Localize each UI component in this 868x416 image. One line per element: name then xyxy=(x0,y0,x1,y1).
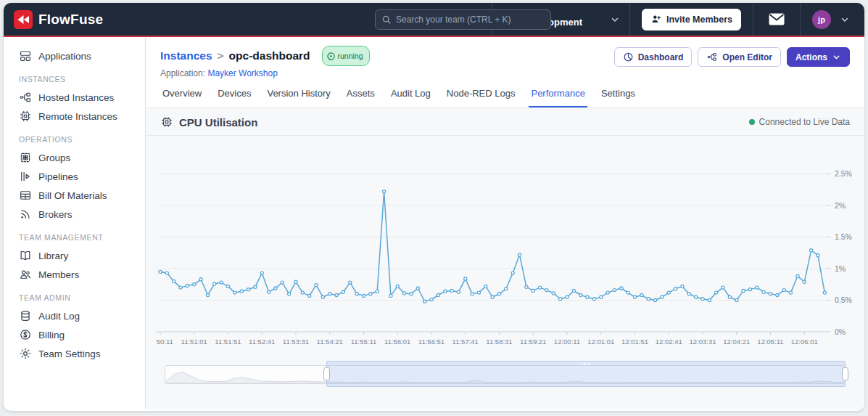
tab-performance[interactable]: Performance xyxy=(529,88,587,107)
svg-text:11:56:01: 11:56:01 xyxy=(384,338,410,346)
svg-text:12:01:01: 12:01:01 xyxy=(587,338,614,346)
sidebar-item-label: Members xyxy=(38,269,79,280)
groups-icon xyxy=(19,151,32,164)
chevron-down-icon[interactable] xyxy=(610,15,620,25)
y-axis-labels: 0%0.5%1%1.5%2%2.5% xyxy=(827,169,852,336)
svg-text:11:53:31: 11:53:31 xyxy=(283,338,309,346)
sidebar-item-pipelines[interactable]: Pipelines xyxy=(4,167,145,186)
tab-node-red-logs[interactable]: Node-RED Logs xyxy=(445,88,518,107)
mail-icon xyxy=(769,13,785,25)
x-axis-labels: 11:50:1111:51:0111:51:5111:52:4111:53:31… xyxy=(156,332,818,346)
svg-text:12:04:21: 12:04:21 xyxy=(723,338,750,346)
tab-overview[interactable]: Overview xyxy=(160,88,204,107)
billing-icon xyxy=(19,328,32,341)
sidebar-item-label: Applications xyxy=(38,51,91,62)
chart-title: CPU Utilisation xyxy=(179,116,257,129)
flowfuse-logo[interactable]: FlowFuse xyxy=(14,10,103,29)
svg-text:1%: 1% xyxy=(835,264,846,273)
brokers-icon xyxy=(19,208,32,221)
notifications-button[interactable] xyxy=(753,3,800,36)
chevron-down-icon[interactable] xyxy=(840,15,850,25)
status-label: running xyxy=(338,48,363,64)
page-header: Instances > opc-dashboard running Applic… xyxy=(146,37,864,78)
dashboard-button-label: Dashboard xyxy=(638,52,684,62)
chart-zone: 0%0.5%1%1.5%2%2.5%11:50:1111:51:0111:51:… xyxy=(146,136,864,384)
sidebar-item-label: Library xyxy=(38,250,68,261)
tab-audit-log[interactable]: Audit Log xyxy=(389,88,433,107)
sidebar: ApplicationsINSTANCESHosted InstancesRem… xyxy=(4,37,146,409)
sidebar-item-label: Bill Of Materials xyxy=(38,190,107,201)
brush-left-handle[interactable] xyxy=(323,367,330,381)
sidebar-item-label: Hosted Instances xyxy=(38,92,114,103)
open-editor-button[interactable]: Open Editor xyxy=(698,47,781,67)
tab-devices[interactable]: Devices xyxy=(215,88,253,107)
members-icon xyxy=(19,268,32,281)
brush-right-handle[interactable] xyxy=(842,367,848,381)
sidebar-item-label: Audit Log xyxy=(38,311,80,322)
sidebar-item-audit-log[interactable]: Audit Log xyxy=(4,306,145,325)
tab-settings[interactable]: Settings xyxy=(599,88,637,107)
search-input[interactable] xyxy=(396,15,545,25)
svg-text:11:51:01: 11:51:01 xyxy=(181,338,207,346)
svg-text:12:00:11: 12:00:11 xyxy=(554,338,580,346)
nav-divider xyxy=(629,3,630,36)
team-settings-icon xyxy=(19,347,32,360)
sidebar-section-label: INSTANCES xyxy=(4,75,145,83)
invite-members-button[interactable]: Invite Members xyxy=(642,9,741,30)
svg-text:11:54:21: 11:54:21 xyxy=(317,338,343,346)
tab-assets[interactable]: Assets xyxy=(344,88,377,107)
svg-text:11:52:41: 11:52:41 xyxy=(249,338,275,346)
sidebar-item-brokers[interactable]: Brokers xyxy=(4,205,145,224)
actions-button[interactable]: Actions xyxy=(787,47,850,67)
chart-header: CPU Utilisation Connected to Live Data xyxy=(146,108,864,136)
live-status-label: Connected to Live Data xyxy=(759,117,850,127)
breadcrumb-instances-link[interactable]: Instances xyxy=(160,48,212,64)
sidebar-item-remote-instances[interactable]: Remote Instances xyxy=(4,107,145,126)
open-editor-button-label: Open Editor xyxy=(722,52,772,62)
sidebar-item-library[interactable]: Library xyxy=(4,246,145,265)
performance-panel: CPU Utilisation Connected to Live Data 0… xyxy=(146,107,864,409)
cpu-series-markers[interactable] xyxy=(159,190,827,303)
svg-text:2.5%: 2.5% xyxy=(835,169,852,178)
header-actions: Dashboard Open Editor Actions xyxy=(614,47,850,67)
breadcrumb-separator: > xyxy=(218,48,224,64)
search-icon xyxy=(381,15,392,25)
svg-text:12:03:31: 12:03:31 xyxy=(690,338,716,346)
sidebar-item-applications[interactable]: Applications xyxy=(4,46,145,65)
sidebar-item-members[interactable]: Members xyxy=(4,265,145,284)
user-menu[interactable]: jp xyxy=(801,3,854,36)
sidebar-item-groups[interactable]: Groups xyxy=(4,148,145,167)
chevron-down-icon xyxy=(832,52,841,62)
brush-selection[interactable] xyxy=(326,361,846,387)
tab-version-history[interactable]: Version History xyxy=(265,88,332,107)
svg-text:11:58:31: 11:58:31 xyxy=(486,338,512,346)
svg-text:12:01:51: 12:01:51 xyxy=(621,338,648,346)
sidebar-item-team-settings[interactable]: Team Settings xyxy=(4,344,145,363)
top-navbar: FlowFuse TEAM: Development xyxy=(4,3,864,37)
sidebar-item-billing[interactable]: Billing xyxy=(4,325,145,344)
bill-of-materials-icon xyxy=(19,189,32,202)
remote-instances-icon xyxy=(19,110,32,123)
play-circle-icon xyxy=(327,52,335,60)
sidebar-item-bill-of-materials[interactable]: Bill Of Materials xyxy=(4,186,145,205)
flowfuse-logo-icon xyxy=(14,10,33,29)
cpu-series-line[interactable] xyxy=(160,192,824,301)
application-link[interactable]: Mayker Workshop xyxy=(207,68,277,78)
svg-text:11:56:51: 11:56:51 xyxy=(418,338,445,346)
brush-grip-icon[interactable] xyxy=(582,363,591,365)
svg-text:12:05:11: 12:05:11 xyxy=(757,338,783,346)
application-line: Application: Mayker Workshop xyxy=(160,68,850,78)
actions-button-label: Actions xyxy=(795,52,827,62)
hosted-instances-icon xyxy=(19,91,32,104)
brand-name: FlowFuse xyxy=(38,12,103,28)
sidebar-item-hosted-instances[interactable]: Hosted Instances xyxy=(4,88,145,107)
svg-text:12:06:01: 12:06:01 xyxy=(791,338,818,346)
team-search[interactable] xyxy=(375,9,551,30)
cpu-chip-icon xyxy=(160,115,173,129)
time-range-brush[interactable] xyxy=(165,365,845,384)
svg-text:1.5%: 1.5% xyxy=(835,232,852,241)
dashboard-button[interactable]: Dashboard xyxy=(614,47,693,67)
svg-text:11:55:11: 11:55:11 xyxy=(351,338,377,346)
application-label: Application: xyxy=(160,68,205,78)
cpu-utilisation-chart[interactable]: 0%0.5%1%1.5%2%2.5%11:50:1111:51:0111:51:… xyxy=(156,140,864,346)
